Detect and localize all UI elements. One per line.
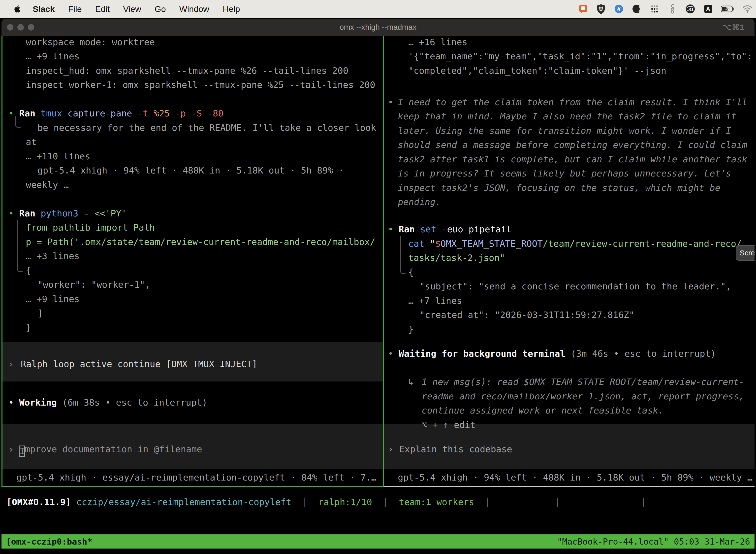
flash-app-icon[interactable] xyxy=(614,4,624,14)
thinking-bullet-icon: • xyxy=(388,97,398,108)
ran-tmux-command: • Ran tmux capture-pane -t %25 -p -S -80 xyxy=(8,108,224,119)
menu-status-icons: ..61 A xyxy=(578,0,753,18)
thinking-text: I need to get the claim token from the c… xyxy=(398,97,747,108)
separator: | xyxy=(372,497,399,507)
thinking-text: inspect task2's JSON, focusing on the st… xyxy=(398,182,720,193)
command-output: weekly … xyxy=(26,179,69,190)
pane-divider[interactable] xyxy=(383,36,384,487)
menu-app-name[interactable]: Slack xyxy=(33,4,55,14)
prompt-suggestion[interactable]: ›Explain this codebase xyxy=(388,444,512,455)
menu-item-view[interactable]: View xyxy=(123,4,141,14)
squiggle-icon[interactable] xyxy=(667,4,678,14)
cat-command: cat "$OMX_TEAM_STATE_ROOT/team/review-cu… xyxy=(408,238,742,249)
edit-hint: ⌥ + ↑ edit xyxy=(422,420,476,430)
menu-item-help[interactable]: Help xyxy=(223,4,240,14)
count-badge-icon[interactable]: ..61 xyxy=(685,4,695,14)
ralph-banner: ›Ralph loop active continue [OMX_TMUX_IN… xyxy=(8,359,257,370)
json-output: "created_at": "2026-03-31T11:59:27.816Z" xyxy=(420,310,634,321)
a-badge-text: A xyxy=(706,6,710,12)
thinking-text: later. Using the same for transition mig… xyxy=(398,125,731,136)
working-meta: (6m 38s • esc to interrupt) xyxy=(62,397,207,407)
prompt-chevron-icon: › xyxy=(388,444,393,454)
mailbox-message: continue assigned work or next feasible … xyxy=(422,405,664,416)
desktop-screen: Slack File Edit View Go Window Help xyxy=(0,0,756,554)
json-output: ] xyxy=(38,308,43,319)
apple-menu-icon[interactable] xyxy=(14,4,21,13)
command-name: tmux xyxy=(41,108,67,118)
ran-set-command: • Ran set -euo pipefail xyxy=(388,224,512,235)
command-name: set xyxy=(420,224,442,234)
prompt-suggestion-text: Explain this codebase xyxy=(399,444,512,454)
status-bullet-icon: • xyxy=(388,348,398,359)
terminal-line: workspace_mode: worktree xyxy=(26,37,155,48)
json-output: { xyxy=(408,267,414,278)
quote: " xyxy=(430,238,435,249)
battery-icon[interactable] xyxy=(721,4,735,14)
output-connector xyxy=(400,264,405,274)
last-activity: last:3m ago xyxy=(657,497,716,507)
json-output: "subject": "send a concise recommendatio… xyxy=(420,281,731,292)
menu-item-file[interactable]: File xyxy=(68,4,82,14)
chat-app-icon[interactable] xyxy=(578,4,588,14)
json-output: } xyxy=(26,322,31,333)
json-output: { xyxy=(26,265,31,276)
argument: %25 xyxy=(153,108,175,118)
wifi-icon[interactable] xyxy=(742,4,753,14)
waiting-status: • Waiting for background terminal (3m 46… xyxy=(388,348,716,359)
terminal-line: inspect_worker-1: omx sparkshell --tmux-… xyxy=(26,79,375,90)
menu-item-go[interactable]: Go xyxy=(154,4,166,14)
pane-border-bottom-right xyxy=(384,486,755,487)
collapsed-lines-note: … +7 lines xyxy=(408,295,462,306)
shield-grid-icon[interactable] xyxy=(596,4,606,14)
waiting-label: Waiting for background terminal xyxy=(398,348,571,359)
omx-status-line: [OMX#0.11.9] cczip/essay/ai-reimplementa… xyxy=(6,497,716,507)
menu-item-window[interactable]: Window xyxy=(179,4,209,14)
collapsed-lines-note: … +3 lines xyxy=(26,251,80,262)
crescent-app-icon[interactable] xyxy=(631,4,642,14)
team-counter: team:1 workers xyxy=(399,497,474,507)
dots-grid-icon[interactable] xyxy=(649,4,660,14)
session-timer: session:23m xyxy=(571,497,630,507)
working-label: Working xyxy=(19,397,62,407)
pane-border-bottom-left xyxy=(1,486,384,487)
text-cursor: I xyxy=(19,446,25,457)
pane-footer-status: gpt-5.4 xhigh · 94% left · 488K in · 5.1… xyxy=(398,472,753,483)
count-badge-text: ..61 xyxy=(687,7,693,11)
working-status: • Working (6m 38s • esc to interrupt) xyxy=(8,397,207,408)
flag: -S xyxy=(191,108,207,118)
prompt-input[interactable]: ›Improve documentation in @filename xyxy=(8,444,202,457)
terminal-line: inspect_hud: omx sparkshell --tmux-pane … xyxy=(26,65,348,76)
thinking-text: task2 after task1 is complete, but can I… xyxy=(398,154,747,165)
command-output: be necessary for the end of the README. … xyxy=(38,122,376,133)
thinking-text: keep that in mind. Maybe I also need the… xyxy=(398,111,737,122)
separator: | xyxy=(630,497,657,507)
mailbox-message: 1 new msg(s): read $OMX_TEAM_STATE_ROOT/… xyxy=(422,377,744,387)
output-connector xyxy=(15,116,20,127)
tmux-status-bar[interactable]: [omx-cczip0:bash* "MacBook-Pro-44.local"… xyxy=(1,535,755,549)
output-connector xyxy=(17,261,22,272)
pane-border-left xyxy=(1,36,2,487)
json-output: '{"team_name":"my-team","task_id":"1","f… xyxy=(408,51,752,62)
terminal-window: omx --xhigh --madmax ⌥⌘1 workspace_mode:… xyxy=(1,19,755,554)
chevron-icon: › xyxy=(8,359,14,369)
ralph-counter: ralph:1/10 xyxy=(318,497,372,507)
omx-project-path: cczip/essay/ai-reimplementation-copyleft xyxy=(76,497,292,507)
terminal-content[interactable]: workspace_mode: worktree … +9 lines insp… xyxy=(1,36,755,554)
command-name: python3 xyxy=(41,208,83,218)
collapsed-lines-note: … +9 lines xyxy=(26,51,80,62)
heredoc-marker: <<'PY' xyxy=(94,208,127,218)
json-output: } xyxy=(408,324,414,335)
window-titlebar[interactable]: omx --xhigh --madmax ⌥⌘1 xyxy=(1,19,755,36)
separator: | xyxy=(544,497,571,507)
separator: | xyxy=(292,497,318,507)
file-path: /team/review-current-readme-and-reco/ xyxy=(543,238,742,249)
thinking-text: pending. xyxy=(398,197,441,208)
menu-item-edit[interactable]: Edit xyxy=(95,4,110,14)
collapsed-lines-note: … +16 lines xyxy=(408,37,467,48)
tmux-session-name[interactable]: [omx-cczip0:bash* xyxy=(6,537,92,547)
file-path: tasks/task-2.json" xyxy=(408,253,505,263)
menu-items: Slack File Edit View Go Window Help xyxy=(33,4,240,14)
menu-bar: Slack File Edit View Go Window Help xyxy=(0,0,756,18)
turns-counter: turns:20 xyxy=(501,497,544,507)
a-badge-icon[interactable]: A xyxy=(703,4,713,14)
